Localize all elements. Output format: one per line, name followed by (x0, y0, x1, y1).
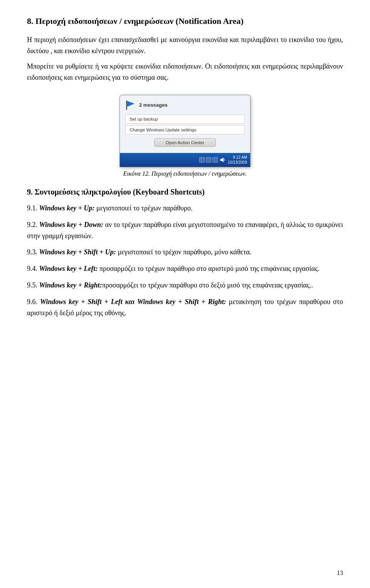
speaker-icon (220, 157, 225, 163)
item-text-5: προσαρμόζει το τρέχων παράθυρο στο δεξιό… (102, 281, 313, 289)
item-key-2: Windows key + Down: (39, 221, 103, 228)
notif-items: Set up backup Change Windows Update sett… (125, 114, 245, 134)
item-number-2: 9.2. (27, 221, 37, 228)
section8-para1: Η περιοχή ειδοποιήσεων έχει επανασχεδιασ… (27, 34, 343, 57)
open-action-center-button[interactable]: Open Action Center (154, 138, 216, 147)
item-number-5: 9.5. (27, 281, 37, 289)
item-text-3: μεγιστοποιεί το τρέχον παράθυρο, μόνο κά… (116, 248, 251, 256)
screenshot-taskbar: 9:12 AM 10/23/2009 (120, 153, 250, 167)
taskbar-nav-btn-3 (212, 157, 218, 163)
item-text-4: προσαρμόζει το τρέχων παράθυρο στο αριστ… (98, 265, 320, 272)
section9-item-4: 9.4. Windows key + Left: προσαρμόζει το … (27, 263, 343, 274)
section9-items: 9.1. Windows key + Up: μεγιστοποιεί το τ… (27, 203, 343, 318)
item-number-3: 9.3. (27, 248, 37, 256)
section9-title: 9. Συντομεύσεις πληκτρολογίου (Keyboard … (27, 186, 343, 197)
item-key-5: Windows key + Right: (39, 281, 102, 289)
notif-item-1: Set up backup (125, 114, 245, 124)
section9-item-2: 9.2. Windows key + Down: αν το τρέχων πα… (27, 219, 343, 242)
notification-image: 2 messages Set up backup Change Windows … (118, 95, 252, 177)
item-key-6: Windows key + Shift + Left και Windows k… (40, 298, 226, 306)
screenshot-frame: 2 messages Set up backup Change Windows … (119, 95, 251, 167)
section8-para2: Μπορείτε να ρυθμίσετε ή να κρύψετε εικον… (27, 61, 343, 83)
page-number: 13 (337, 570, 343, 576)
item-text-1: μεγιστοποιεί το τρέχων παράθυρο. (95, 204, 193, 212)
flag-icon (125, 100, 136, 111)
svg-marker-1 (127, 101, 135, 107)
taskbar-nav-btn-1 (199, 157, 205, 163)
section9-item-5: 9.5. Windows key + Right:προσαρμόζει το … (27, 280, 343, 291)
taskbar-nav-btn-2 (206, 157, 211, 163)
screenshot-content: 2 messages Set up backup Change Windows … (120, 95, 250, 153)
notif-messages-label: 2 messages (139, 102, 168, 108)
item-key-1: Windows key + Up: (39, 204, 95, 212)
section8-title: 8. Περιοχή ειδοποιήσεων / ενημερώσεων (N… (27, 15, 343, 27)
taskbar-nav (199, 157, 218, 163)
section9-item-1: 9.1. Windows key + Up: μεγιστοποιεί το τ… (27, 203, 343, 214)
section9-item-6: 9.6. Windows key + Shift + Left και Wind… (27, 296, 343, 319)
item-key-3: Windows key + Shift + Up: (39, 248, 116, 256)
item-number-6: 9.6. (27, 298, 37, 306)
item-number-1: 9.1. (27, 204, 37, 212)
svg-rect-0 (126, 101, 127, 110)
svg-marker-2 (220, 158, 224, 162)
image-caption: Εικόνα 12. Περιοχή ειδοποιήσεων / ενημερ… (123, 170, 247, 177)
section9-item-3: 9.3. Windows key + Shift + Up: μεγιστοπο… (27, 247, 343, 258)
item-number-4: 9.4. (27, 265, 37, 272)
notif-header: 2 messages (125, 100, 245, 111)
notif-item-2: Change Windows Update settings (125, 125, 245, 134)
taskbar-time: 9:12 AM 10/23/2009 (228, 155, 247, 165)
item-key-4: Windows key + Left: (39, 265, 98, 272)
